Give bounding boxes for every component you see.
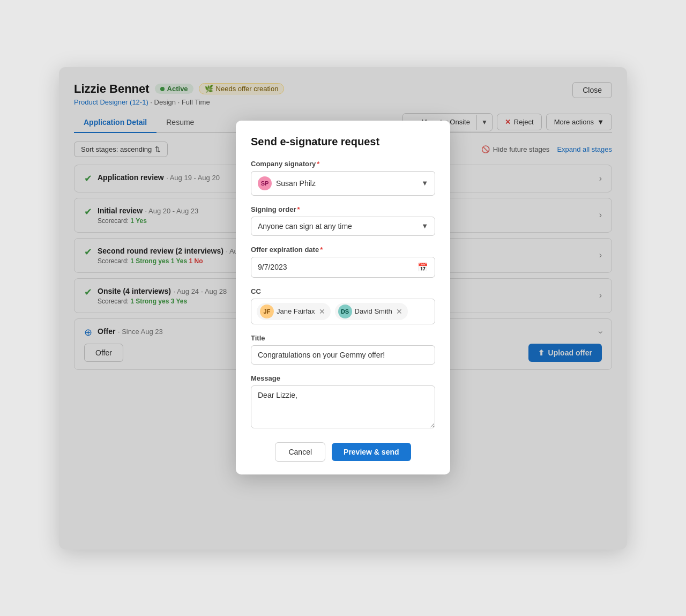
preview-send-button[interactable]: Preview & send <box>332 443 411 461</box>
company-signatory-caret-icon: ▼ <box>421 179 428 187</box>
company-signatory-select-left: SP Susan Philz <box>258 176 316 190</box>
cc-jane-name: Jane Fairfax <box>277 307 315 315</box>
title-field: Title <box>251 334 435 365</box>
cc-label: CC <box>251 287 435 295</box>
message-field: Message Dear Lizzie, <box>251 374 435 431</box>
required-marker-1: * <box>317 160 319 168</box>
title-input[interactable] <box>251 345 435 365</box>
signing-order-value: Anyone can sign at any time <box>258 222 352 231</box>
company-signatory-value: Susan Philz <box>276 179 316 188</box>
app-window: Lizzie Bennet Active 🌿 Needs offer creat… <box>59 67 627 550</box>
cc-jane-remove-icon[interactable]: ✕ <box>319 307 325 316</box>
title-label: Title <box>251 334 435 342</box>
david-avatar: DS <box>338 305 352 318</box>
modal-footer: Cancel Preview & send <box>251 442 435 462</box>
message-textarea[interactable]: Dear Lizzie, <box>251 385 435 428</box>
cancel-button[interactable]: Cancel <box>275 442 325 462</box>
signing-order-select[interactable]: Anyone can sign at any time ▼ <box>251 217 435 236</box>
modal-title: Send e-signature request <box>251 136 435 148</box>
jane-avatar: JF <box>260 305 274 318</box>
signing-order-field: Signing order * Anyone can sign at any t… <box>251 205 435 236</box>
calendar-icon: 📅 <box>417 262 428 272</box>
message-label: Message <box>251 374 435 382</box>
company-signatory-select[interactable]: SP Susan Philz ▼ <box>251 171 435 196</box>
cc-field: CC JF Jane Fairfax ✕ DS David Smith ✕ <box>251 287 435 324</box>
cc-tag-jane: JF Jane Fairfax ✕ <box>257 303 331 320</box>
cc-david-name: David Smith <box>355 307 392 315</box>
susan-avatar: SP <box>258 176 272 190</box>
required-marker-2: * <box>297 205 300 213</box>
cc-david-remove-icon[interactable]: ✕ <box>396 307 402 316</box>
company-signatory-label: Company signatory * <box>251 160 435 168</box>
esignature-modal: Send e-signature request Company signato… <box>236 121 450 474</box>
required-marker-3: * <box>320 246 323 254</box>
company-signatory-field: Company signatory * SP Susan Philz ▼ <box>251 160 435 196</box>
cc-tag-david: DS David Smith ✕ <box>335 303 408 320</box>
signing-order-label: Signing order * <box>251 205 435 213</box>
expiration-date-input[interactable]: 9/7/2023 📅 <box>251 257 435 278</box>
expiration-date-label: Offer expiration date * <box>251 246 435 254</box>
expiration-date-field: Offer expiration date * 9/7/2023 📅 <box>251 246 435 278</box>
signing-order-caret-icon: ▼ <box>421 222 428 230</box>
cc-input[interactable]: JF Jane Fairfax ✕ DS David Smith ✕ <box>251 299 435 324</box>
modal-overlay: Send e-signature request Company signato… <box>59 67 627 550</box>
expiration-date-value: 9/7/2023 <box>258 263 287 271</box>
